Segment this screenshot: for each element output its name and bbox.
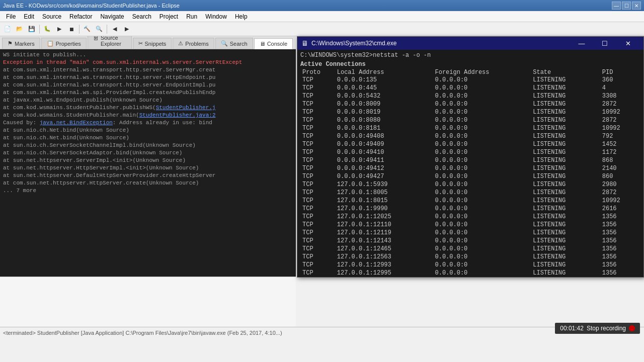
menu-help[interactable]: Help (231, 12, 252, 21)
cmd-table: Proto Local Address Foreign Address Stat… (300, 69, 640, 277)
console-line-13: at sun.nio.ch.ServerSocketChannelImpl.bi… (3, 142, 293, 149)
tab-datasource[interactable]: 🗄 Data Source Explorer (88, 36, 132, 49)
save-btn[interactable]: 💾 (26, 24, 37, 35)
console-line-17: at sun.net.httpserver.DefaultHttpServerP… (3, 172, 293, 179)
table-row: TCP0.0.0.0:80090.0.0.0:0LISTENING2872 (300, 100, 640, 108)
run-btn[interactable]: ▶ (54, 24, 65, 35)
cmd-minimize-btn[interactable]: — (570, 37, 593, 50)
table-row: TCP0.0.0.0:494100.0.0.0:0LISTENING1172 (300, 148, 640, 156)
main-area: ⚑ Markers 📋 Properties 🗄 Data Source Exp… (0, 36, 644, 338)
table-row: TCP0.0.0.0:4450.0.0.0:0LISTENING4 (300, 84, 640, 92)
cmd-app-icon: 🖥 (301, 39, 308, 47)
tab-console-label: Console (267, 41, 287, 47)
console-line-9: at com.kod.wsmains.StudentPublisher.main… (3, 112, 293, 119)
menu-file[interactable]: File (2, 12, 20, 21)
col-state: State (531, 69, 600, 76)
toolbar: 📄 📂 💾 🐛 ▶ ⏹ 🔨 🔍 ◀ ▶ (0, 22, 644, 36)
table-row: TCP0.0.0.0:80190.0.0.0:0LISTENING10992 (300, 108, 640, 116)
search-toolbar-btn[interactable]: 🔍 (94, 24, 105, 35)
tab-properties[interactable]: 📋 Properties (41, 38, 87, 49)
recording-dot (629, 325, 635, 331)
datasource-icon: 🗄 (93, 36, 99, 41)
tab-snippets-label: Snippets (145, 41, 167, 47)
properties-icon: 📋 (47, 40, 54, 47)
new-btn[interactable]: 📄 (2, 24, 13, 35)
table-row: TCP127.0.0.1:99900.0.0.0:0LISTENING2616 (300, 205, 640, 213)
table-row: TCP127.0.0.1:125630.0.0.0:0LISTENING1356 (300, 253, 640, 261)
stop-recording-label: Stop recording (587, 325, 626, 332)
table-row: TCP127.0.0.1:80050.0.0.0:0LISTENING2872 (300, 189, 640, 197)
table-row: TCP0.0.0.0:54320.0.0.0:0LISTENING3308 (300, 92, 640, 100)
menu-refactor[interactable]: Refactor (65, 12, 96, 21)
table-row: TCP127.0.0.1:121430.0.0.0:0LISTENING1356 (300, 237, 640, 245)
maximize-btn[interactable]: ☐ (622, 2, 631, 10)
close-btn[interactable]: ✕ (632, 2, 641, 10)
table-row: TCP0.0.0.0:494080.0.0.0:0LISTENING792 (300, 132, 640, 140)
table-row: TCP0.0.0.0:494090.0.0.0:0LISTENING1452 (300, 140, 640, 148)
tab-markers[interactable]: ⚑ Markers (2, 38, 40, 49)
console-line-2: Exception in thread "main" com.sun.xml.i… (3, 59, 293, 66)
console-line-15: at sun.net.httpserver.ServerImpl.<init>(… (3, 157, 293, 164)
cmd-content: C:\WINDOWS\system32>netstat -a -o -n Act… (297, 50, 643, 277)
table-row: TCP127.0.0.1:80150.0.0.0:0LISTENING10992 (300, 197, 640, 205)
problems-icon: ⚠ (178, 40, 183, 47)
forward-btn[interactable]: ▶ (121, 24, 132, 35)
cmd-active-connections: Active Connections (300, 61, 640, 68)
console-line-5: at com.sun.xml.internal.ws.transport.htt… (3, 81, 293, 89)
console-line-18: at com.sun.net.httpserver.HttpServer.cre… (3, 179, 293, 187)
search-icon: 🔍 (221, 40, 228, 47)
debug-btn[interactable]: 🐛 (42, 24, 53, 35)
stop-btn[interactable]: ⏹ (66, 24, 77, 35)
menu-source[interactable]: Source (38, 12, 65, 21)
console-line-16: at sun.net.httpserver.HttpServerImpl.<in… (3, 164, 293, 172)
cmd-window: 🖥 C:\Windows\System32\cmd.exe — ☐ ✕ C:\W… (297, 36, 644, 278)
console-line-11: at sun.nio.ch.Net.bind(Unknown Source) (3, 127, 293, 134)
tab-problems-label: Problems (185, 41, 208, 47)
table-row: TCP127.0.0.1:129930.0.0.0:0LISTENING1356 (300, 261, 640, 269)
tab-problems[interactable]: ⚠ Problems (173, 38, 214, 49)
table-row: TCP127.0.0.1:121100.0.0.0:0LISTENING1356 (300, 221, 640, 229)
cmd-table-header: Proto Local Address Foreign Address Stat… (300, 69, 640, 76)
menu-search[interactable]: Search (128, 12, 155, 21)
tab-search-label: Search (230, 41, 248, 47)
console-line-7: at javax.xml.ws.Endpoint.publish(Unknown… (3, 97, 293, 104)
status-text: <terminated> StudentPublisher [Java Appl… (3, 330, 282, 336)
col-local: Local Address (335, 69, 433, 76)
menu-window[interactable]: Window (201, 12, 231, 21)
cmd-title-bar: 🖥 C:\Windows\System32\cmd.exe — ☐ ✕ (297, 37, 643, 50)
col-foreign: Foreign Address (433, 69, 531, 76)
markers-icon: ⚑ (8, 40, 13, 47)
recording-time: 00:01:42 (560, 325, 584, 332)
tab-datasource-label: Data Source Explorer (101, 36, 126, 47)
cmd-maximize-btn[interactable]: ☐ (593, 37, 616, 50)
console-line-8: at com.kod.wsmains.StudentPublisher.publ… (3, 104, 293, 112)
cmd-title-text: C:\Windows\System32\cmd.exe (311, 40, 570, 47)
table-row: TCP127.0.0.1:59390.0.0.0:0LISTENING2980 (300, 180, 640, 189)
toolbar-sep-2 (79, 25, 79, 34)
tab-console[interactable]: 🖥 Console (254, 38, 293, 49)
snippets-icon: ✂ (138, 40, 143, 47)
menu-run[interactable]: Run (182, 12, 201, 21)
minimize-btn[interactable]: — (612, 2, 621, 10)
back-btn[interactable]: ◀ (109, 24, 120, 35)
open-btn[interactable]: 📂 (14, 24, 25, 35)
tab-markers-label: Markers (15, 41, 35, 47)
console-icon: 🖥 (260, 41, 265, 47)
table-row: TCP127.0.0.1:120250.0.0.0:0LISTENING1356 (300, 213, 640, 221)
bottom-area (0, 277, 296, 327)
menu-bar: File Edit Source Refactor Navigate Searc… (0, 11, 644, 22)
menu-edit[interactable]: Edit (20, 12, 38, 21)
tab-bar: ⚑ Markers 📋 Properties 🗄 Data Source Exp… (0, 36, 296, 49)
cmd-close-btn[interactable]: ✕ (616, 37, 639, 50)
col-proto: Proto (300, 69, 335, 76)
table-row: TCP0.0.0.0:494120.0.0.0:0LISTENING2140 (300, 164, 640, 172)
table-row: TCP127.0.0.1:129950.0.0.0:0LISTENING1356 (300, 269, 640, 277)
tab-search[interactable]: 🔍 Search (215, 38, 253, 49)
tab-snippets[interactable]: ✂ Snippets (133, 38, 172, 49)
console-line-10: Caused by: java.net.BindException: Addre… (3, 119, 293, 127)
build-btn[interactable]: 🔨 (82, 24, 93, 35)
menu-project[interactable]: Project (155, 12, 182, 21)
console-line-4: at com.sun.xml.internal.ws.transport.htt… (3, 74, 293, 81)
menu-navigate[interactable]: Navigate (96, 12, 128, 21)
console-line-19: ... 7 more (3, 187, 293, 195)
